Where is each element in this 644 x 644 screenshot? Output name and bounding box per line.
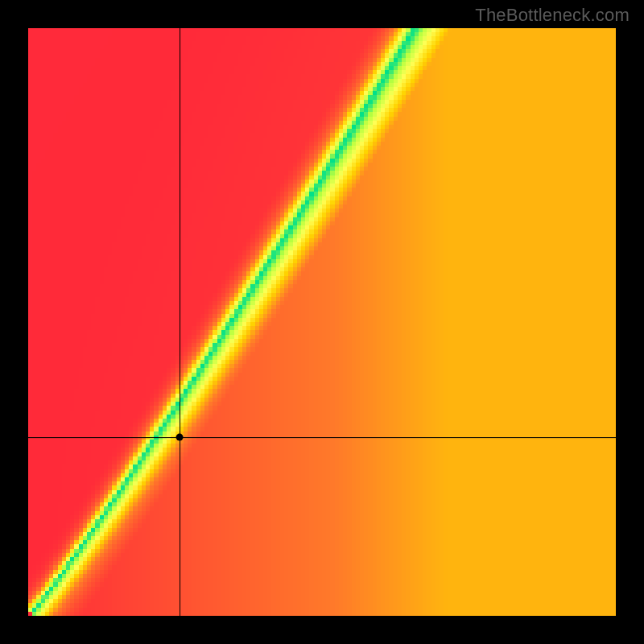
- watermark-text: TheBottleneck.com: [475, 5, 630, 26]
- heatmap-plot: [28, 28, 616, 616]
- chart-container: TheBottleneck.com: [0, 0, 644, 644]
- heatmap-canvas: [28, 28, 616, 616]
